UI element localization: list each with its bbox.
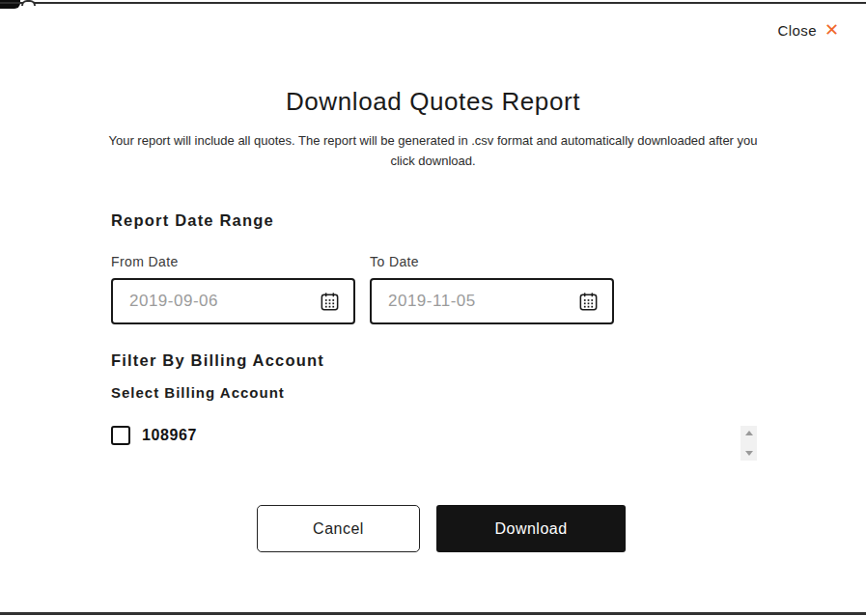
billing-account-checkbox[interactable] bbox=[111, 426, 130, 445]
from-date-group: From Date bbox=[111, 254, 355, 324]
from-date-field[interactable] bbox=[111, 278, 355, 324]
calendar-icon[interactable] bbox=[577, 291, 600, 313]
billing-account-row: 108967 bbox=[111, 426, 197, 445]
download-button[interactable]: Download bbox=[436, 505, 626, 552]
page-title: Download Quotes Report bbox=[0, 87, 866, 117]
from-date-label: From Date bbox=[111, 254, 355, 269]
close-button[interactable]: Close ✕ bbox=[778, 21, 839, 39]
date-range-row: From Date To Date bbox=[111, 254, 614, 324]
to-date-field[interactable] bbox=[370, 278, 614, 324]
window-frame-bottom-line bbox=[0, 612, 866, 615]
to-date-group: To Date bbox=[370, 254, 614, 324]
from-date-input[interactable] bbox=[129, 292, 319, 311]
action-buttons-row: Cancel Download bbox=[257, 505, 626, 552]
window-frame-top-line bbox=[0, 2, 866, 4]
billing-accounts-scrollbar[interactable] bbox=[740, 426, 757, 461]
select-billing-account-heading: Select Billing Account bbox=[111, 384, 285, 401]
calendar-icon[interactable] bbox=[319, 291, 341, 313]
billing-account-label[interactable]: 108967 bbox=[142, 427, 197, 444]
cancel-button[interactable]: Cancel bbox=[257, 505, 420, 552]
window-frame-notch bbox=[21, 0, 36, 6]
chevron-down-icon[interactable] bbox=[745, 451, 753, 456]
report-date-range-heading: Report Date Range bbox=[111, 211, 274, 230]
filter-billing-account-heading: Filter By Billing Account bbox=[111, 351, 324, 370]
to-date-label: To Date bbox=[370, 254, 614, 269]
close-icon[interactable]: ✕ bbox=[824, 21, 839, 39]
to-date-input[interactable] bbox=[388, 292, 577, 311]
chevron-up-icon[interactable] bbox=[745, 431, 753, 435]
close-button-label: Close bbox=[778, 22, 817, 39]
modal-description: Your report will include all quotes. The… bbox=[100, 130, 767, 172]
